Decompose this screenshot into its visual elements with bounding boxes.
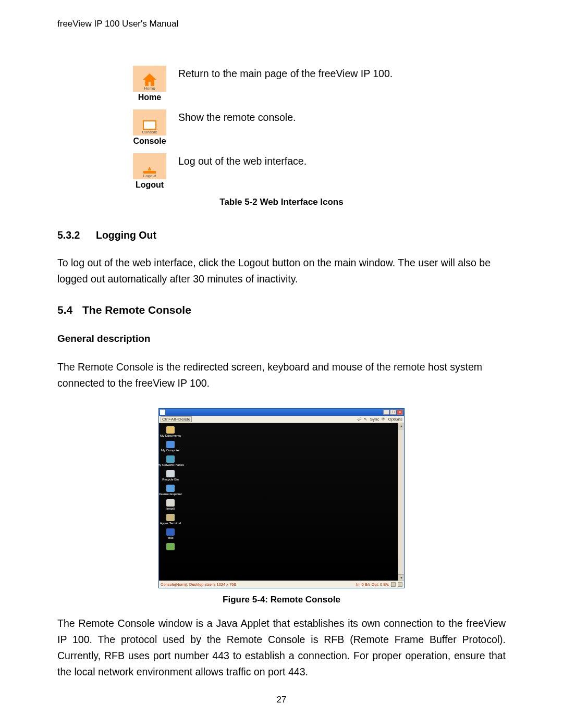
page-header: freeView IP 100 User's Manual [57,19,506,29]
console-icon: Console [133,109,166,135]
desktop-icon[interactable]: My Computer [161,441,180,452]
web-interface-icons-table: Home Home Return to the main page of the… [127,66,506,190]
window-minimize-button[interactable]: _ [383,410,389,415]
figure-5-4: _ □ × Ctrl+Alt+Delete ⮰ ↖ Sync ⟳ Options… [57,408,506,605]
window-maximize-button[interactable]: □ [390,410,396,415]
remote-console-window: _ □ × Ctrl+Alt+Delete ⮰ ↖ Sync ⟳ Options… [158,408,405,588]
window-titlebar: _ □ × [159,409,404,416]
scroll-down-button[interactable]: ▾ [398,574,404,581]
remote-console-toolbar: Ctrl+Alt+Delete ⮰ ↖ Sync ⟳ Options [159,416,404,423]
desktop-icon[interactable]: Mail [161,528,180,540]
icon-row-home: Home Home Return to the main page of the… [127,66,506,102]
remote-desktop-area[interactable]: My DocumentsMy ComputerMy Network Places… [159,423,398,581]
toolbar-options-button[interactable]: Options [388,417,402,422]
section-body: To log out of the web interface, click t… [57,255,506,287]
icon-bold-label: Console [133,137,166,146]
figure-caption: Figure 5-4: Remote Console [223,595,340,605]
toolbar-cursor-icon[interactable]: ⮰ [357,417,361,422]
icon-row-logout: ▲ Logout Logout Log out of the web inter… [127,153,506,190]
window-app-icon [160,410,165,415]
section-number: 5.4 [57,304,82,316]
toolbar-sync-button[interactable]: Sync [370,417,380,422]
desktop-icon[interactable]: Recycle Bin [161,470,180,482]
desktop-icon[interactable] [161,543,180,551]
icon-description: Return to the main page of the freeView … [172,66,393,81]
subsection-heading: General description [57,333,506,344]
section-body: The Remote Console is the redirected scr… [57,359,506,391]
icon-description: Log out of the web interface. [172,153,307,169]
ctrl-alt-delete-button[interactable]: Ctrl+Alt+Delete [161,416,192,422]
home-icon: Home [133,66,166,92]
section-heading-5-4: 5.4The Remote Console [57,304,506,316]
status-chip-icon [391,582,396,587]
icon-cell: Console Console [127,109,172,146]
toolbar-pointer-icon[interactable]: ↖ [364,417,368,422]
icon-cell: ▲ Logout Logout [127,153,172,190]
section-heading-5-3-2: 5.3.2Logging Out [57,229,506,241]
icon-bold-label: Logout [136,180,164,190]
window-close-button[interactable]: × [397,410,403,415]
remote-console-statusbar: Console(Norm): Desktop size is 1024 x 76… [159,581,404,588]
status-chip-icon [398,582,402,587]
scroll-up-button[interactable]: ▴ [398,423,404,429]
toolbar-refresh-icon[interactable]: ⟳ [382,417,385,422]
desktop-icon[interactable]: Install [161,499,180,511]
icon-tiny-label: Console [142,130,157,135]
table-caption: Table 5-2 Web Interface Icons [57,197,506,207]
status-right: In: 0 B/s Out: 0 B/s [356,582,389,587]
desktop-icon[interactable]: Hyper Terminal [161,514,180,525]
section-body: The Remote Console window is a Java Appl… [57,615,506,680]
section-title: The Remote Console [82,304,191,316]
icon-tiny-label: Home [144,86,155,91]
vertical-scrollbar[interactable]: ▴ ▾ [398,423,404,581]
desktop-icon[interactable]: My Network Places [161,455,180,467]
logout-icon: ▲ Logout [133,153,166,179]
icon-row-console: Console Console Show the remote console. [127,109,506,146]
desktop-icon[interactable]: Internet Explorer [161,485,180,496]
status-left: Console(Norm): Desktop size is 1024 x 76… [161,582,236,587]
icon-bold-label: Home [138,93,161,102]
desktop-icon[interactable]: My Documents [161,426,180,438]
icon-description: Show the remote console. [172,109,296,125]
section-title: Logging Out [96,229,156,241]
icon-cell: Home Home [127,66,172,102]
icon-tiny-label: Logout [143,174,156,179]
section-number: 5.3.2 [57,229,96,241]
page-number: 27 [0,695,563,705]
